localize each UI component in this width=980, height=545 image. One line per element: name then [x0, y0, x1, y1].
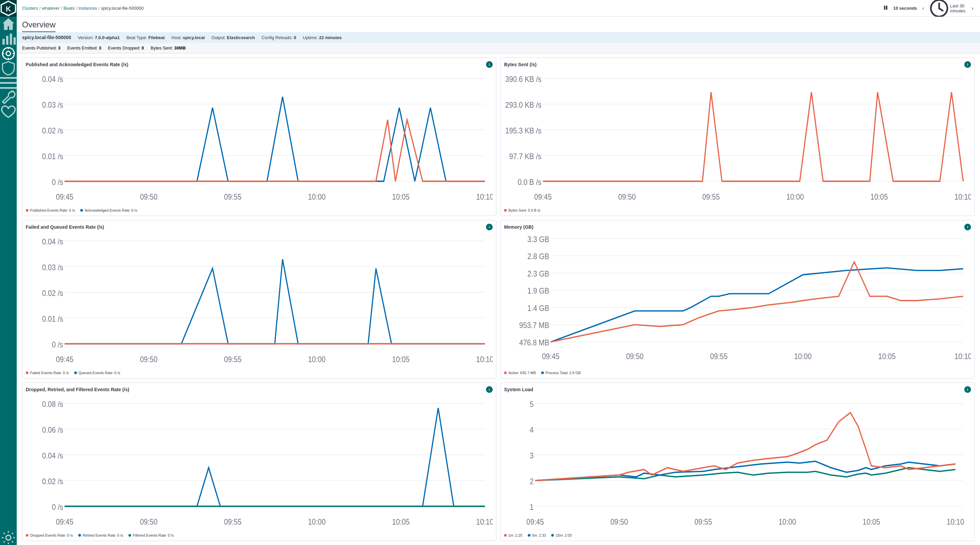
- sidebar-item-monitoring[interactable]: [0, 46, 17, 61]
- svg-text:09:50: 09:50: [140, 192, 157, 201]
- svg-text:3: 3: [530, 451, 534, 461]
- svg-text:293.0 KB /s: 293.0 KB /s: [505, 100, 541, 110]
- chart-bytes-sent: Bytes Sent (/s) i 390.6 KB /s 293.0 KB /…: [500, 57, 975, 216]
- chart-failed-queued: Failed and Queued Events Rate (/s) i 0.0…: [22, 220, 496, 378]
- topnav: Clusters / whatever / Beats / Instances …: [17, 0, 980, 17]
- svg-text:0 /s: 0 /s: [52, 340, 63, 349]
- svg-text:0.03 /s: 0.03 /s: [42, 100, 63, 110]
- uptime-info: Uptime: 22 minutes: [303, 35, 342, 40]
- legend-process-total: Process Total 2.9 GB: [541, 371, 581, 375]
- pause-button[interactable]: [882, 4, 889, 13]
- chart-dropped-retried: Dropped, Retried, and Filtered Events Ra…: [22, 383, 496, 541]
- chart-system-load: System Load i 5 4 3 2 1 09:45 09:50: [500, 383, 975, 541]
- svg-text:953.7 MB: 953.7 MB: [519, 321, 549, 330]
- svg-text:3.3 GB: 3.3 GB: [527, 235, 549, 244]
- time-range-display: Last 30 minutes: [929, 0, 966, 18]
- events-published-stat: Events Published: 3: [22, 46, 60, 51]
- svg-text:1: 1: [530, 502, 534, 512]
- chart-bytes-sent-title: Bytes Sent (/s): [504, 62, 536, 67]
- svg-text:10:00: 10:00: [308, 192, 325, 201]
- chart-memory-legend: Active 635.7 MB Process Total 2.9 GB: [504, 371, 971, 375]
- svg-text:09:45: 09:45: [527, 517, 544, 526]
- svg-text:K: K: [6, 5, 11, 13]
- breadcrumb-instances[interactable]: Instances: [79, 6, 97, 11]
- version-info: Version: 7.0.0-alpha1: [78, 35, 120, 40]
- svg-text:09:45: 09:45: [534, 192, 552, 201]
- chart-published-ack: Published and Acknowledged Events Rate (…: [22, 57, 496, 216]
- chart-memory-info[interactable]: i: [964, 224, 971, 230]
- svg-point-7: [6, 51, 10, 56]
- chart-failed-queued-title: Failed and Queued Events Rate (/s): [26, 224, 104, 230]
- svg-text:10:00: 10:00: [308, 354, 325, 364]
- chart-failed-queued-info[interactable]: i: [486, 224, 493, 230]
- chart-published-ack-info[interactable]: i: [486, 61, 493, 68]
- legend-dropped: Dropped Events Rate 0 /s: [26, 533, 73, 537]
- svg-text:10:05: 10:05: [392, 354, 409, 364]
- svg-text:10:00: 10:00: [794, 352, 811, 361]
- svg-point-15: [6, 535, 11, 540]
- svg-text:10:10: 10:10: [476, 517, 493, 526]
- chart-dropped-retried-info[interactable]: i: [486, 386, 493, 393]
- events-emitted-stat: Events Emitted: 3: [67, 46, 101, 51]
- svg-text:10:10: 10:10: [947, 517, 964, 526]
- svg-point-6: [2, 48, 14, 59]
- svg-text:0.01 /s: 0.01 /s: [42, 314, 63, 324]
- svg-text:09:55: 09:55: [694, 517, 712, 526]
- svg-text:09:45: 09:45: [56, 192, 73, 201]
- output-info: Output: Elasticsearch: [212, 35, 255, 40]
- svg-text:10:05: 10:05: [862, 517, 880, 526]
- svg-text:1.9 GB: 1.9 GB: [527, 286, 549, 295]
- svg-text:0.02 /s: 0.02 /s: [42, 477, 63, 486]
- legend-filtered: Filtered Events Rate 0 /s: [129, 533, 173, 537]
- breadcrumb-clusters[interactable]: Clusters: [22, 6, 38, 11]
- breadcrumb-whatever[interactable]: whatever: [42, 6, 59, 11]
- nav-next-button[interactable]: ›: [970, 4, 975, 13]
- stats-bar: Events Published: 3 Events Emitted: 3 Ev…: [17, 43, 980, 54]
- svg-text:2.8 GB: 2.8 GB: [527, 252, 549, 261]
- svg-text:1.4 GB: 1.4 GB: [527, 304, 549, 313]
- nav-prev-button[interactable]: ‹: [921, 4, 926, 13]
- svg-text:10:10: 10:10: [955, 352, 971, 361]
- svg-text:5: 5: [530, 400, 534, 409]
- svg-text:476.8 MB: 476.8 MB: [519, 338, 549, 347]
- legend-bytes-sent: Bytes Sent 0.0 B /s: [504, 208, 541, 212]
- svg-text:09:55: 09:55: [224, 192, 242, 201]
- chart-published-ack-title: Published and Acknowledged Events Rate (…: [26, 62, 129, 67]
- chart-failed-queued-svg: 0.04 /s 0.03 /s 0.02 /s 0.01 /s 0 /s 09:…: [26, 232, 493, 369]
- chart-published-ack-svg: 0.04 /s 0.03 /s 0.02 /s 0.01 /s 0 /s 09:…: [26, 69, 493, 207]
- svg-text:0.06 /s: 0.06 /s: [42, 425, 63, 435]
- sidebar: K: [0, 0, 17, 545]
- chart-memory-title: Memory (GB): [504, 224, 533, 230]
- sidebar-item-home[interactable]: [0, 17, 17, 32]
- legend-queued: Queued Events Rate 0 /s: [74, 371, 121, 375]
- svg-text:10:05: 10:05: [392, 192, 409, 201]
- svg-text:10:05: 10:05: [870, 192, 888, 201]
- svg-text:0.08 /s: 0.08 /s: [42, 400, 63, 409]
- svg-text:0.0 B /s: 0.0 B /s: [518, 177, 541, 187]
- legend-acknowledged: Acknowledged Events Rate 0 /s: [80, 208, 137, 212]
- chart-dropped-retried-svg: 0.08 /s 0.06 /s 0.04 /s 0.02 /s 0 /s 09:…: [26, 394, 493, 532]
- svg-text:10:05: 10:05: [392, 517, 409, 526]
- chart-dropped-retried-legend: Dropped Events Rate 0 /s Retried Events …: [26, 533, 493, 537]
- svg-rect-16: [884, 6, 885, 10]
- sidebar-item-settings[interactable]: [0, 530, 17, 545]
- bytes-sent-stat: Bytes Sent: 30MB: [151, 46, 186, 51]
- svg-text:10:10: 10:10: [476, 354, 493, 364]
- sidebar-item-menu[interactable]: [0, 76, 17, 90]
- svg-text:2.3 GB: 2.3 GB: [527, 270, 549, 278]
- legend-retried: Retried Events Rate 0 /s: [78, 533, 123, 537]
- chart-system-load-info[interactable]: i: [964, 386, 971, 393]
- chart-bytes-sent-info[interactable]: i: [964, 61, 971, 68]
- sidebar-logo[interactable]: K: [0, 0, 17, 17]
- sidebar-item-chart[interactable]: [0, 32, 17, 46]
- sidebar-item-shield[interactable]: [0, 61, 17, 76]
- legend-active: Active 635.7 MB: [504, 371, 536, 375]
- sidebar-item-wrench[interactable]: [0, 90, 17, 105]
- sidebar-item-heartbeat[interactable]: [0, 105, 17, 120]
- svg-text:09:50: 09:50: [140, 354, 157, 364]
- svg-rect-2: [2, 39, 5, 45]
- chart-system-load-title: System Load: [504, 387, 533, 392]
- svg-text:0.04 /s: 0.04 /s: [42, 75, 63, 84]
- breadcrumb-beats[interactable]: Beats: [64, 6, 75, 11]
- svg-text:0 /s: 0 /s: [52, 177, 63, 187]
